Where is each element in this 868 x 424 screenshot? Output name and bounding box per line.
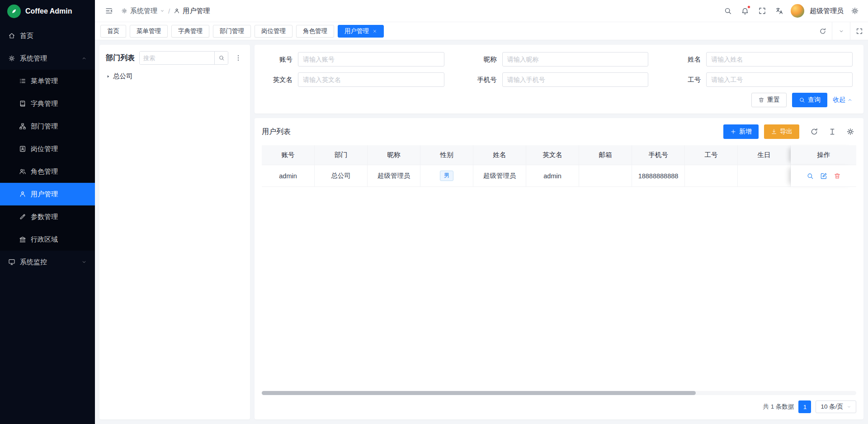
org-tree-icon (19, 123, 26, 130)
department-tree-root[interactable]: 总公司 (106, 71, 244, 81)
tab-menu-button[interactable] (832, 22, 850, 40)
button-label: 收起 (833, 96, 845, 104)
english-name-input[interactable] (298, 72, 444, 87)
button-label: 重置 (767, 96, 780, 104)
row-action-group (806, 172, 842, 181)
sidebar-item-param-mgmt[interactable]: 参数管理 (0, 205, 95, 228)
content-fullscreen-button[interactable] (850, 22, 868, 40)
export-button[interactable]: 导出 (764, 124, 799, 139)
edit-row-button[interactable] (819, 172, 828, 181)
table-settings-button[interactable] (844, 126, 856, 138)
button-label: 新增 (739, 128, 752, 136)
department-search-button[interactable] (214, 52, 228, 64)
breadcrumb-item-user[interactable]: 用户管理 (174, 7, 210, 15)
tab-post-mgmt[interactable]: 岗位管理 (255, 25, 292, 38)
scrollbar-thumb[interactable] (262, 391, 696, 395)
pagination: 共 1 条数据 1 10 条/页 (262, 400, 856, 413)
department-panel-title: 部门列表 (106, 53, 135, 63)
search-icon (724, 7, 732, 15)
button-label: 查询 (808, 96, 821, 104)
filter-field-nickname: 昵称 (470, 52, 649, 67)
cell-account: admin (262, 165, 315, 187)
language-button[interactable] (774, 5, 785, 17)
cell-phone: 18888888888 (632, 165, 685, 187)
table-empty-space (262, 187, 856, 391)
column-header: 性别 (420, 145, 473, 165)
cell-email (579, 165, 632, 187)
tab-role-mgmt[interactable]: 角色管理 (296, 25, 334, 38)
bank-icon (19, 236, 26, 243)
home-icon (8, 32, 15, 39)
sidebar-menu: 首页 系统管理 菜单管理 字典管理 部门管理 (0, 23, 95, 424)
close-icon[interactable] (373, 29, 377, 33)
view-row-button[interactable] (806, 172, 815, 181)
fullscreen-button[interactable] (756, 5, 768, 17)
breadcrumb-label: 系统管理 (130, 7, 157, 15)
filter-field-account: 账号 (265, 52, 444, 67)
caret-right-icon[interactable] (106, 74, 110, 79)
tab-controls (814, 22, 868, 40)
app-logo[interactable]: Coffee Admin (0, 0, 95, 23)
search-icon (218, 55, 225, 61)
sidebar-item-region-mgmt[interactable]: 行政区域 (0, 228, 95, 251)
add-button[interactable]: 新增 (723, 124, 759, 139)
phone-input[interactable] (502, 72, 649, 87)
breadcrumb-separator: / (168, 7, 170, 15)
collapse-filter-button[interactable]: 收起 (833, 96, 853, 104)
filter-field-job-no: 工号 (674, 72, 853, 87)
nickname-input[interactable] (502, 52, 649, 67)
sidebar-group-monitor[interactable]: 系统监控 (0, 251, 95, 273)
department-more-button[interactable] (233, 52, 244, 63)
cell-gender: 男 (420, 165, 473, 187)
reset-button[interactable]: 重置 (751, 93, 787, 107)
sidebar-item-menu-mgmt[interactable]: 菜单管理 (0, 70, 95, 92)
settings-button[interactable] (849, 5, 861, 17)
sidebar-group-label: 系统监控 (20, 258, 47, 267)
column-header-actions: 操作 (791, 145, 856, 165)
department-search-input[interactable] (140, 52, 214, 64)
column-header: 昵称 (368, 145, 420, 165)
sidebar-item-dict-mgmt[interactable]: 字典管理 (0, 92, 95, 115)
delete-row-button[interactable] (833, 172, 842, 181)
breadcrumb-item-system[interactable]: 系统管理 (121, 7, 165, 15)
page-size-select[interactable]: 10 条/页 (816, 400, 856, 413)
avatar[interactable] (791, 4, 804, 18)
row-height-button[interactable] (826, 126, 838, 138)
filter-field-name: 姓名 (674, 52, 853, 67)
search-icon (799, 97, 805, 103)
name-input[interactable] (706, 52, 853, 67)
right-column: 账号 昵称 姓名 英文名 (255, 45, 863, 419)
sidebar-item-post-mgmt[interactable]: 岗位管理 (0, 138, 95, 160)
sidebar-item-home[interactable]: 首页 (0, 24, 95, 47)
tab-menu-mgmt[interactable]: 菜单管理 (130, 25, 168, 38)
sidebar-item-role-mgmt[interactable]: 角色管理 (0, 160, 95, 183)
sidebar-item-user-mgmt[interactable]: 用户管理 (0, 183, 95, 205)
cell-nickname: 超级管理员 (368, 165, 420, 187)
topbar: 系统管理 / 用户管理 超级管理员 (95, 0, 868, 22)
notifications-button[interactable] (739, 5, 751, 17)
field-label: 手机号 (470, 76, 502, 84)
gear-icon (846, 128, 854, 136)
tab-refresh-button[interactable] (814, 22, 832, 40)
book-icon (19, 100, 26, 107)
sidebar-item-dept-mgmt[interactable]: 部门管理 (0, 115, 95, 138)
sidebar-group-system[interactable]: 系统管理 (0, 47, 95, 70)
department-search-group (139, 51, 228, 65)
tab-user-mgmt[interactable]: 用户管理 (338, 25, 384, 38)
tab-label: 菜单管理 (137, 27, 161, 35)
sidebar-item-label: 字典管理 (31, 100, 58, 108)
current-user-name[interactable]: 超级管理员 (810, 7, 844, 15)
sidebar-item-label: 角色管理 (31, 167, 58, 176)
job-no-input[interactable] (706, 72, 853, 87)
tab-label: 岗位管理 (261, 27, 286, 35)
sidebar-collapse-button[interactable] (103, 5, 115, 17)
tab-dict-mgmt[interactable]: 字典管理 (171, 25, 209, 38)
search-button[interactable]: 查询 (792, 93, 827, 107)
button-label: 导出 (780, 128, 793, 136)
table-refresh-button[interactable] (808, 126, 820, 138)
global-search-button[interactable] (722, 5, 734, 17)
page-1-button[interactable]: 1 (798, 400, 811, 413)
account-input[interactable] (298, 52, 444, 67)
tab-dept-mgmt[interactable]: 部门管理 (213, 25, 251, 38)
tab-home[interactable]: 首页 (100, 25, 126, 38)
